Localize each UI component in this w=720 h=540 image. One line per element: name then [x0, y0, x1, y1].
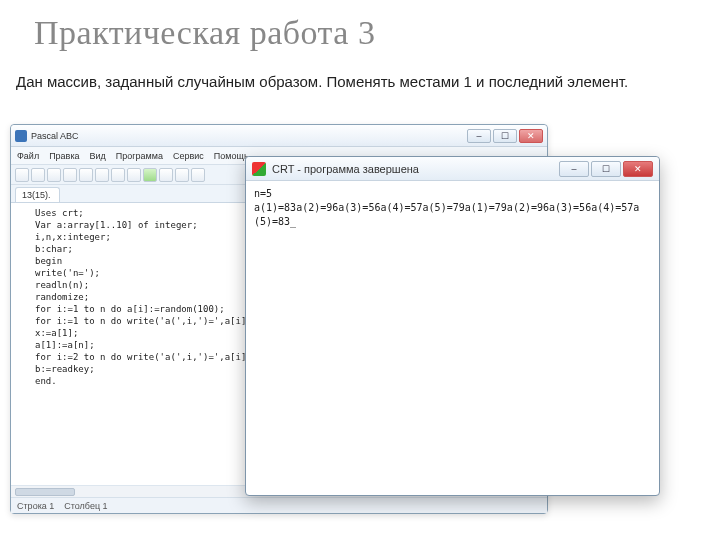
menu-program[interactable]: Программа — [116, 151, 163, 161]
toolbar-open-icon[interactable] — [31, 168, 45, 182]
crt-output-window: CRT - программа завершена – ☐ ✕ n=5 a(1)… — [245, 156, 660, 496]
slide-title: Практическая работа 3 — [34, 14, 375, 52]
toolbar-cut-icon[interactable] — [63, 168, 77, 182]
maximize-button[interactable]: ☐ — [493, 129, 517, 143]
ide-titlebar[interactable]: Pascal ABC – ☐ ✕ — [11, 125, 547, 147]
toolbar-step-icon[interactable] — [175, 168, 189, 182]
status-line: Строка 1 — [17, 501, 54, 511]
status-column: Столбец 1 — [64, 501, 107, 511]
file-tab[interactable]: 13(15). — [15, 187, 60, 202]
toolbar-undo-icon[interactable] — [111, 168, 125, 182]
close-button[interactable]: ✕ — [519, 129, 543, 143]
minimize-button[interactable]: – — [467, 129, 491, 143]
crt-output: n=5 a(1)=83a(2)=96a(3)=56a(4)=57a(5)=79a… — [246, 181, 659, 235]
crt-app-icon — [252, 162, 266, 176]
crt-window-buttons: – ☐ ✕ — [559, 161, 653, 177]
toolbar-stop-icon[interactable] — [159, 168, 173, 182]
task-text: Дан массив, заданный случайным образом. … — [16, 72, 628, 92]
menu-edit[interactable]: Правка — [49, 151, 79, 161]
crt-close-button[interactable]: ✕ — [623, 161, 653, 177]
toolbar-paste-icon[interactable] — [95, 168, 109, 182]
crt-maximize-button[interactable]: ☐ — [591, 161, 621, 177]
crt-titlebar[interactable]: CRT - программа завершена – ☐ ✕ — [246, 157, 659, 181]
pascal-app-icon — [15, 130, 27, 142]
scrollbar-thumb[interactable] — [15, 488, 75, 496]
ide-window-buttons: – ☐ ✕ — [467, 129, 543, 143]
menu-file[interactable]: Файл — [17, 151, 39, 161]
menu-service[interactable]: Сервис — [173, 151, 204, 161]
ide-statusbar: Строка 1 Столбец 1 — [11, 497, 547, 513]
toolbar-redo-icon[interactable] — [127, 168, 141, 182]
ide-window-title: Pascal ABC — [31, 131, 79, 141]
menu-view[interactable]: Вид — [90, 151, 106, 161]
crt-window-title: CRT - программа завершена — [272, 163, 419, 175]
toolbar-run-icon[interactable] — [143, 168, 157, 182]
toolbar-save-icon[interactable] — [47, 168, 61, 182]
toolbar-stepover-icon[interactable] — [191, 168, 205, 182]
slide: Практическая работа 3 Дан массив, заданн… — [0, 0, 720, 540]
toolbar-new-icon[interactable] — [15, 168, 29, 182]
crt-minimize-button[interactable]: – — [559, 161, 589, 177]
toolbar-copy-icon[interactable] — [79, 168, 93, 182]
menu-help[interactable]: Помощь — [214, 151, 249, 161]
